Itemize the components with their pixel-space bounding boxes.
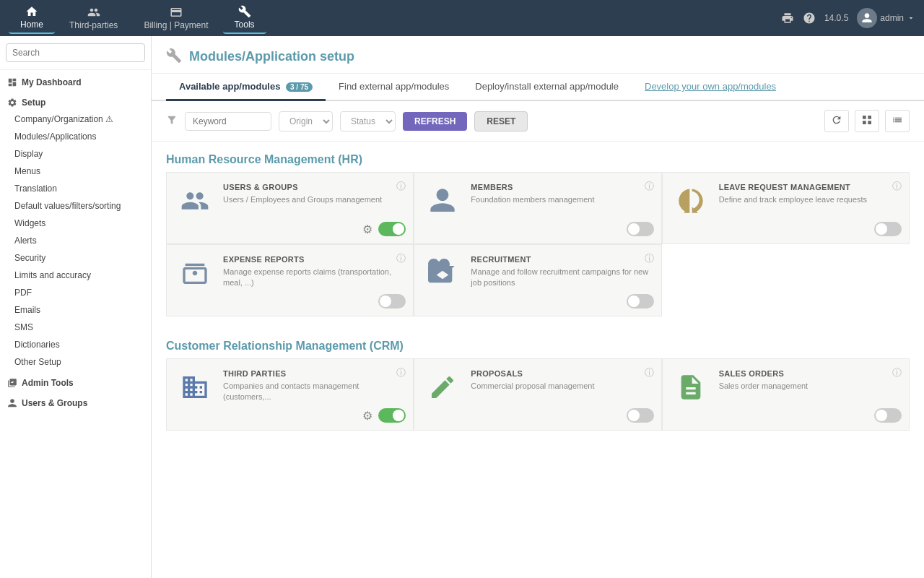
sales-orders-info: SALES ORDERS Sales order management [719, 369, 899, 392]
origin-select[interactable]: Origin [279, 111, 333, 131]
tab-find-external[interactable]: Find external app/modules [326, 74, 462, 101]
sidebar-item-modules[interactable]: Modules/Applications [0, 128, 151, 145]
filter-right [824, 110, 910, 132]
sidebar-item-default-values[interactable]: Default values/filters/sorting [0, 197, 151, 215]
sidebar-section-users-groups[interactable]: Users & Groups [0, 391, 151, 411]
members-icon-wrap [424, 183, 461, 219]
sidebar-item-limits[interactable]: Limits and accuracy [0, 267, 151, 284]
topnav: Home Third-parties Billing | Payment Too… [0, 0, 924, 36]
proposals-title: PROPOSALS [471, 369, 650, 378]
info-icon-recruitment[interactable]: ⓘ [645, 252, 654, 265]
proposals-desc: Commercial proposal management [471, 381, 650, 392]
recruitment-title: RECRUITMENT [471, 255, 650, 264]
module-card-proposals[interactable]: PROPOSALS Commercial proposal management… [414, 358, 661, 431]
sales-orders-icon-wrap [673, 369, 709, 405]
reset-button[interactable]: RESET [474, 111, 528, 131]
sidebar-item-display[interactable]: Display [0, 145, 151, 163]
toggle-expense-reports[interactable] [378, 294, 406, 309]
info-icon-third-parties[interactable]: ⓘ [396, 366, 406, 379]
crm-section-header: Customer Relationship Management (CRM) [152, 328, 924, 358]
module-card-sales-orders[interactable]: SALES ORDERS Sales order management ⓘ [662, 358, 910, 431]
info-icon-expense-reports[interactable]: ⓘ [396, 252, 406, 265]
third-parties-info: THIRD PARTIES Companies and contacts man… [223, 369, 403, 403]
info-icon-proposals[interactable]: ⓘ [645, 366, 654, 379]
module-card-recruitment[interactable]: RECRUITMENT Manage and follow recruitmen… [414, 244, 661, 316]
expense-reports-icon-wrap [177, 255, 213, 291]
gear-icon-users-groups[interactable]: ⚙ [362, 223, 372, 236]
members-desc: Foundation members management [471, 194, 650, 205]
toggle-proposals[interactable] [627, 408, 654, 423]
sidebar-item-company[interactable]: Company/Organization ⚠ [0, 111, 151, 128]
info-icon-members[interactable]: ⓘ [645, 180, 654, 193]
sidebar-item-alerts[interactable]: Alerts [0, 232, 151, 249]
sidebar-item-menus[interactable]: Menus [0, 163, 151, 180]
recruitment-info: RECRUITMENT Manage and follow recruitmen… [471, 255, 650, 289]
recruitment-desc: Manage and follow recruitment campaigns … [471, 267, 650, 289]
grid-view-button[interactable] [855, 110, 879, 132]
page-header: Modules/Application setup [152, 36, 924, 74]
keyword-input[interactable] [185, 112, 271, 131]
sidebar-item-other-setup[interactable]: Other Setup [0, 353, 151, 371]
users-groups-title: USERS & GROUPS [223, 183, 403, 191]
reload-button[interactable] [824, 110, 849, 132]
sidebar-item-dictionaries[interactable]: Dictionaries [0, 336, 151, 353]
sidebar-item-widgets[interactable]: Widgets [0, 215, 151, 232]
refresh-button[interactable]: REFRESH [403, 112, 467, 131]
topnav-tools[interactable]: Tools [223, 2, 266, 34]
module-card-members[interactable]: MEMBERS Foundation members management ⓘ [414, 172, 661, 244]
third-parties-actions: ⚙ [362, 408, 406, 423]
leave-request-info: LEAVE REQUEST MANAGEMENT Define and trac… [719, 183, 899, 205]
sales-orders-actions [874, 408, 902, 423]
list-view-button[interactable] [885, 110, 910, 132]
toggle-leave-request[interactable] [874, 222, 902, 236]
module-card-third-parties[interactable]: THIRD PARTIES Companies and contacts man… [166, 358, 414, 431]
toggle-sales-orders[interactable] [874, 408, 902, 423]
status-select[interactable]: Status [340, 111, 396, 131]
avatar [857, 8, 877, 28]
topnav-third-parties[interactable]: Third-parties [58, 3, 129, 33]
sidebar-section-admin-tools[interactable]: Admin Tools [0, 371, 151, 391]
filter-bar: Origin Status REFRESH RESET [152, 101, 924, 142]
topnav-home[interactable]: Home [9, 2, 55, 34]
users-groups-icon-wrap [177, 183, 213, 219]
sales-orders-desc: Sales order management [719, 381, 899, 392]
sidebar-item-sms[interactable]: SMS [0, 319, 151, 336]
sidebar-item-security[interactable]: Security [0, 249, 151, 267]
hr-section-header: Human Resource Management (HR) [152, 142, 924, 172]
wrench-icon [166, 48, 182, 66]
leave-request-actions [874, 222, 902, 236]
topnav-billing[interactable]: Billing | Payment [132, 3, 219, 33]
gear-icon-third-parties[interactable]: ⚙ [362, 409, 372, 423]
leave-request-icon-wrap [673, 183, 709, 219]
leave-request-title: LEAVE REQUEST MANAGEMENT [719, 183, 899, 191]
third-parties-desc: Companies and contacts management (custo… [223, 381, 403, 403]
members-info: MEMBERS Foundation members management [471, 183, 650, 205]
sidebar-item-pdf[interactable]: PDF [0, 284, 151, 301]
info-icon-sales-orders[interactable]: ⓘ [892, 366, 902, 379]
expense-reports-desc: Manage expense reports claims (transport… [223, 267, 403, 289]
expense-reports-info: EXPENSE REPORTS Manage expense reports c… [223, 255, 403, 289]
module-card-leave-request[interactable]: LEAVE REQUEST MANAGEMENT Define and trac… [662, 172, 910, 244]
sidebar-item-translation[interactable]: Translation [0, 180, 151, 197]
module-card-expense-reports[interactable]: EXPENSE REPORTS Manage expense reports c… [166, 244, 414, 316]
module-card-users-groups[interactable]: USERS & GROUPS Users / Employees and Gro… [166, 172, 414, 244]
info-icon-leave-request[interactable]: ⓘ [892, 180, 902, 193]
crm-modules-grid: THIRD PARTIES Companies and contacts man… [152, 358, 924, 442]
sidebar-section-setup[interactable]: Setup [0, 90, 151, 111]
tab-available[interactable]: Available app/modules 3 / 75 [166, 74, 326, 101]
toggle-members[interactable] [627, 222, 654, 236]
tab-deploy[interactable]: Deploy/install external app/module [462, 74, 632, 101]
expense-reports-title: EXPENSE REPORTS [223, 255, 403, 264]
search-input[interactable] [6, 43, 145, 62]
sidebar-item-my-dashboard[interactable]: My Dashboard [0, 70, 151, 90]
toggle-users-groups[interactable] [378, 222, 406, 236]
toggle-third-parties[interactable] [378, 408, 406, 423]
admin-menu-button[interactable]: admin [857, 8, 915, 28]
main-content: Modules/Application setup Available app/… [152, 36, 924, 578]
tabs-bar: Available app/modules 3 / 75 Find extern… [152, 74, 924, 101]
info-icon-users-groups[interactable]: ⓘ [396, 180, 406, 193]
sidebar-item-emails[interactable]: Emails [0, 301, 151, 319]
tab-develop[interactable]: Develop your own app/modules [632, 74, 789, 101]
toggle-recruitment[interactable] [627, 294, 654, 309]
page-title: Modules/Application setup [189, 49, 354, 64]
